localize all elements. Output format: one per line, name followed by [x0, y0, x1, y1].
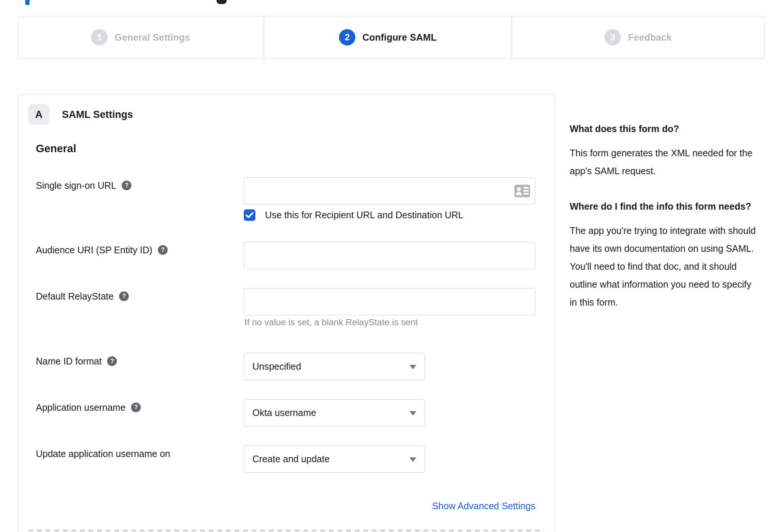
- step-1-number: 1: [91, 29, 108, 46]
- app-username-label: Application username: [36, 402, 125, 413]
- recipient-url-checkbox-label: Use this for Recipient URL and Destinati…: [265, 210, 463, 220]
- recipient-url-checkbox-row: Use this for Recipient URL and Destinati…: [244, 209, 463, 221]
- sso-url-input[interactable]: [244, 177, 535, 204]
- update-username-select[interactable]: Create and update: [244, 445, 425, 473]
- name-id-format-help-icon[interactable]: ?: [107, 356, 117, 366]
- relay-state-hint: If no value is set, a blank RelayState i…: [245, 317, 418, 328]
- step-3-label: Feedback: [628, 32, 672, 43]
- step-general-settings[interactable]: 1 General Settings: [18, 16, 264, 58]
- dashed-divider: [28, 530, 544, 531]
- step-1-label: General Settings: [115, 32, 190, 43]
- relay-state-help-icon[interactable]: ?: [119, 291, 129, 301]
- sidebar-q2-body: The app you're trying to integrate with …: [570, 222, 758, 311]
- name-id-format-label-row: Name ID format ?: [36, 356, 117, 367]
- relay-state-label: Default RelayState: [36, 291, 113, 302]
- step-2-label: Configure SAML: [363, 32, 437, 43]
- audience-uri-help-icon[interactable]: ?: [158, 245, 168, 255]
- audience-uri-input[interactable]: [244, 242, 535, 269]
- app-username-label-row: Application username ?: [36, 402, 141, 413]
- wizard-stepper: 1 General Settings 2 Configure SAML 3 Fe…: [18, 16, 765, 59]
- check-icon: [246, 212, 253, 218]
- step-3-number: 3: [604, 29, 621, 46]
- name-id-format-value: Unspecified: [252, 361, 301, 372]
- chevron-down-icon: [410, 457, 416, 462]
- sidebar-q2-heading: Where do I find the info this form needs…: [570, 199, 758, 213]
- show-advanced-settings-link[interactable]: Show Advanced Settings: [432, 501, 535, 511]
- chevron-down-icon: [410, 411, 416, 416]
- section-a-badge: A: [28, 104, 49, 125]
- sso-url-label-row: Single sign-on URL ?: [36, 180, 131, 191]
- cropped-dark-icon-fragment: [217, 0, 227, 4]
- name-id-format-label: Name ID format: [36, 356, 102, 367]
- update-username-label: Update application username on: [36, 448, 170, 459]
- recipient-url-checkbox[interactable]: [244, 209, 255, 221]
- contact-card-icon: [514, 184, 530, 198]
- sso-url-label: Single sign-on URL: [36, 180, 116, 191]
- sidebar-q1-body: This form generates the XML needed for t…: [570, 144, 758, 180]
- audience-uri-label-row: Audience URI (SP Entity ID) ?: [36, 244, 168, 256]
- general-heading: General: [36, 143, 76, 155]
- cropped-blue-fragment: [25, 0, 29, 5]
- update-username-value: Create and update: [252, 454, 330, 464]
- sso-url-help-icon[interactable]: ?: [122, 181, 131, 190]
- saml-settings-panel: A SAML Settings General Single sign-on U…: [18, 94, 555, 532]
- help-sidebar: What does this form do? This form genera…: [570, 122, 758, 311]
- chevron-down-icon: [410, 365, 416, 369]
- sso-url-input-wrap: [244, 177, 535, 204]
- relay-state-input[interactable]: [244, 288, 535, 315]
- audience-uri-label: Audience URI (SP Entity ID): [36, 245, 152, 256]
- sidebar-q1-heading: What does this form do?: [570, 122, 758, 136]
- name-id-format-select[interactable]: Unspecified: [244, 353, 425, 380]
- panel-title: SAML Settings: [62, 104, 133, 125]
- app-username-select[interactable]: Okta username: [244, 399, 425, 426]
- update-username-label-row: Update application username on: [36, 448, 170, 459]
- relay-state-label-row: Default RelayState ?: [36, 291, 129, 302]
- step-configure-saml[interactable]: 2 Configure SAML: [264, 16, 511, 58]
- app-username-help-icon[interactable]: ?: [131, 403, 141, 412]
- app-username-value: Okta username: [252, 407, 316, 418]
- step-2-number: 2: [339, 29, 355, 46]
- step-feedback[interactable]: 3 Feedback: [511, 16, 764, 58]
